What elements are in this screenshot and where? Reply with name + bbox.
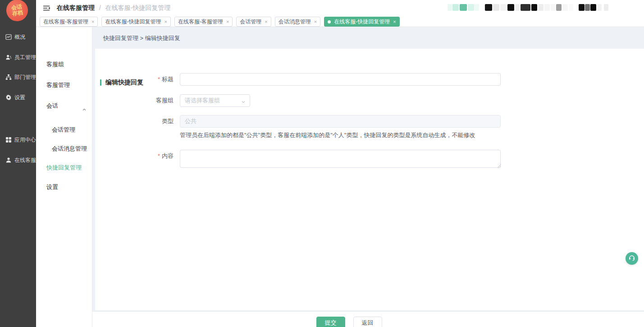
tab-label: 会话管理 xyxy=(240,18,261,26)
redacted-block xyxy=(468,4,474,11)
tab-3[interactable]: 会话管理× xyxy=(236,17,271,27)
menu-item-label: 设置 xyxy=(46,184,58,190)
main-content: 快捷回复管理 > 编辑快捷回复 编辑快捷回复 *标题 客服组 请选择客服组 类型… xyxy=(92,27,644,327)
sidebar-item-settings[interactable]: 设置 xyxy=(0,91,36,104)
redacted-block xyxy=(597,4,602,11)
top-header: 在线客服管理 / 在线客服-快捷回复管理 xyxy=(36,0,644,16)
menu-item-5[interactable]: 快捷回复管理 xyxy=(46,161,82,174)
sidebar-item-label: 员工管理 xyxy=(14,54,36,61)
menu-item-label: 会话消息管理 xyxy=(52,145,87,152)
close-icon[interactable]: × xyxy=(91,19,94,24)
sidebar-item-online-service[interactable]: 在线客服 xyxy=(0,154,36,166)
redacted-block xyxy=(493,4,499,11)
redacted-block xyxy=(507,4,514,11)
tab-label: 在线客服-快捷回复管理 xyxy=(105,18,161,26)
tab-label: 会话消息管理 xyxy=(279,18,311,26)
secondary-sidebar: 客服组客服管理会话会话管理会话消息管理快捷回复管理设置 xyxy=(36,27,92,327)
redacted-block xyxy=(538,4,544,11)
redacted-block xyxy=(448,4,452,11)
redacted-block xyxy=(579,4,585,11)
help-float-button[interactable] xyxy=(626,252,638,265)
sidebar-item-department[interactable]: 部门管理 xyxy=(0,71,36,83)
type-input-disabled xyxy=(180,115,501,128)
required-asterisk: * xyxy=(158,76,160,83)
redacted-block xyxy=(515,4,520,11)
redacted-block xyxy=(562,4,568,11)
close-icon[interactable]: × xyxy=(226,19,229,24)
sidebar-item-label: 概况 xyxy=(14,33,25,41)
sidebar-item-label: 部门管理 xyxy=(14,74,36,81)
menu-item-6[interactable]: 设置 xyxy=(46,181,58,193)
redacted-block xyxy=(590,4,596,11)
redacted-block xyxy=(569,4,573,11)
primary-sidebar: 会话 存档 概况员工管理部门管理设置应用中心在线客服 xyxy=(0,0,36,327)
menu-item-1[interactable]: 客服管理 xyxy=(46,79,70,92)
chevron-down-icon xyxy=(241,99,246,106)
redacted-block xyxy=(521,4,530,11)
close-icon[interactable]: × xyxy=(314,19,317,24)
tab-2[interactable]: 在线客服-客服管理× xyxy=(174,17,233,27)
staff-icon xyxy=(5,54,12,60)
app-center-icon xyxy=(5,137,12,143)
sidebar-item-label: 设置 xyxy=(14,94,25,101)
redacted-block xyxy=(556,4,562,11)
online-service-icon xyxy=(5,157,12,163)
breadcrumb-separator: / xyxy=(99,4,101,11)
menu-item-4[interactable]: 会话消息管理 xyxy=(52,143,87,155)
menu-item-label: 客服组 xyxy=(46,61,64,68)
headset-icon xyxy=(628,254,635,263)
type-help-text: 管理员在后端添加的都是"公共"类型，客服在前端添加的是"个人"类型，快捷回复的类… xyxy=(180,131,475,139)
menu-item-3[interactable]: 会话管理 xyxy=(52,124,75,136)
overview-icon xyxy=(5,34,12,40)
redacted-block xyxy=(500,4,506,11)
redacted-block xyxy=(604,4,608,11)
menu-item-0[interactable]: 客服组 xyxy=(46,58,64,71)
tab-4[interactable]: 会话消息管理× xyxy=(275,17,320,27)
redacted-block xyxy=(475,4,479,11)
department-icon xyxy=(5,74,12,80)
close-icon[interactable]: × xyxy=(164,19,167,24)
content-textarea[interactable] xyxy=(180,150,501,168)
close-icon[interactable]: × xyxy=(393,19,396,24)
content-label: *内容 xyxy=(95,152,174,161)
group-select-placeholder: 请选择客服组 xyxy=(185,97,220,105)
redacted-block xyxy=(585,4,590,11)
breadcrumb-current: 在线客服-快捷回复管理 xyxy=(105,4,171,11)
settings-icon xyxy=(5,94,12,101)
title-input[interactable] xyxy=(180,73,501,86)
form-card: 编辑快捷回复 *标题 客服组 请选择客服组 类型 管理员在后端添加的都是"公共"… xyxy=(95,49,644,310)
redacted-block xyxy=(544,4,550,11)
group-label: 客服组 xyxy=(95,94,174,107)
form-footer: 提交 返回 xyxy=(92,311,644,327)
sidebar-item-app-center[interactable]: 应用中心 xyxy=(0,134,36,146)
tab-label: 在线客服-客服管理 xyxy=(43,18,88,26)
menu-item-label: 快捷回复管理 xyxy=(46,164,82,171)
tab-1[interactable]: 在线客服-快捷回复管理× xyxy=(101,17,170,27)
tab-label: 在线客服-客服管理 xyxy=(178,18,223,26)
sidebar-item-overview[interactable]: 概况 xyxy=(0,31,36,43)
active-tab-dot-icon xyxy=(328,20,331,23)
tab-label: 在线客服-快捷回复管理 xyxy=(334,18,390,26)
type-label: 类型 xyxy=(95,115,174,128)
menu-item-label: 会话管理 xyxy=(52,126,75,133)
submit-button[interactable]: 提交 xyxy=(316,317,345,327)
back-button[interactable]: 返回 xyxy=(353,317,382,327)
redacted-block xyxy=(452,4,459,11)
sidebar-item-staff[interactable]: 员工管理 xyxy=(0,51,36,64)
tab-0[interactable]: 在线客服-客服管理× xyxy=(40,17,98,27)
tab-5-active[interactable]: 在线客服-快捷回复管理× xyxy=(324,17,399,27)
group-select[interactable]: 请选择客服组 xyxy=(180,94,250,107)
logo-line2: 存档 xyxy=(12,9,23,17)
menu-item-2[interactable]: 会话 xyxy=(46,100,58,112)
collapse-menu-icon[interactable] xyxy=(43,5,50,13)
redacted-block xyxy=(460,4,467,11)
required-asterisk: * xyxy=(158,152,160,159)
redacted-block xyxy=(531,4,537,11)
breadcrumb-root[interactable]: 在线客服管理 xyxy=(57,4,95,11)
app-logo[interactable]: 会话 存档 xyxy=(5,0,29,23)
redacted-block xyxy=(485,4,492,11)
close-icon[interactable]: × xyxy=(265,19,267,24)
title-label: *标题 xyxy=(95,73,174,86)
chevron-up-icon xyxy=(82,104,87,116)
redacted-block xyxy=(551,4,555,11)
